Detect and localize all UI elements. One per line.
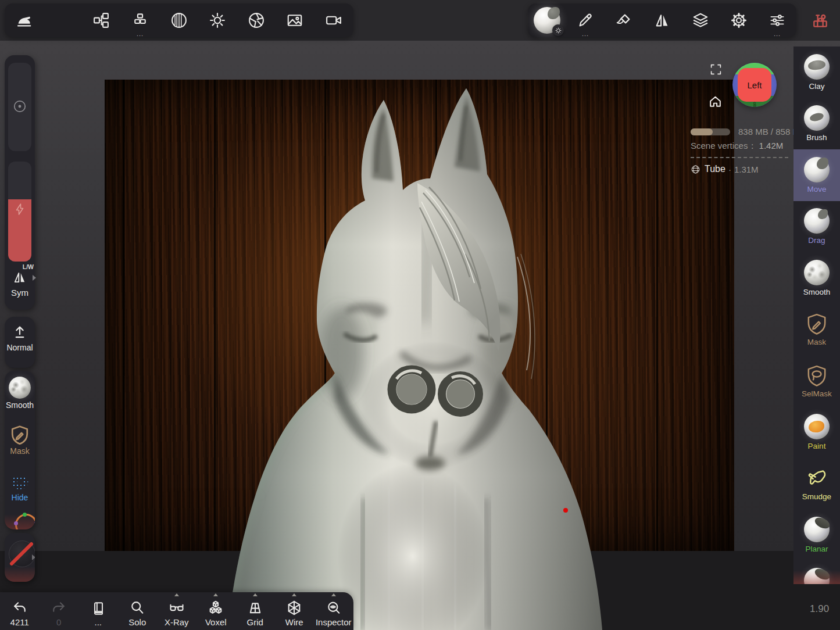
settings-button[interactable] <box>720 3 758 37</box>
move-sphere-icon <box>804 157 830 182</box>
fullscreen-button[interactable] <box>710 63 722 76</box>
gizmo-front-face[interactable]: Left <box>738 68 771 102</box>
sym-expand-arrow[interactable] <box>33 275 36 281</box>
navigation-gizmo[interactable]: Bottom Left <box>732 63 777 107</box>
object-row[interactable]: Tube · 1.31M <box>691 164 793 174</box>
tool-list-panel: Clay Brush Move Drag Smooth Mask SelMask <box>793 46 840 584</box>
tool-drag[interactable]: Drag <box>793 201 840 253</box>
symmetry-mirror-button[interactable] <box>643 3 681 37</box>
tool-smudge[interactable]: Smudge <box>793 458 840 510</box>
tool-move[interactable]: Move <box>793 149 840 201</box>
multires-button[interactable]: ... <box>121 3 160 37</box>
radius-icon <box>8 99 31 114</box>
object-vertices: 1.31M <box>734 164 759 174</box>
xray-caret[interactable] <box>174 593 179 596</box>
wire-button[interactable]: Wire <box>275 592 314 630</box>
radius-slider[interactable] <box>8 63 31 151</box>
redo-button[interactable]: 0 <box>40 592 79 630</box>
normal-label: Normal <box>6 343 33 352</box>
tool-mask[interactable]: Mask <box>793 304 840 356</box>
redo-count: 0 <box>56 618 61 627</box>
active-tool-preview-button[interactable] <box>528 3 566 37</box>
object-name: Tube <box>705 164 725 174</box>
stroke-pencil-button[interactable]: ... <box>566 3 605 37</box>
scene-vertices-label: Scene vertices： <box>691 141 756 151</box>
scale-indicator: 1.90 <box>810 603 829 615</box>
tool-settings-gear-icon[interactable] <box>552 24 564 36</box>
material-panel <box>5 533 35 582</box>
normal-arrow-icon <box>11 324 28 341</box>
tool-brush[interactable]: Brush <box>793 98 840 150</box>
memory-text: 838 MB / 858 MB <box>738 127 793 137</box>
grid-caret[interactable] <box>253 593 258 596</box>
tool-move-label: Move <box>807 185 826 194</box>
planar-sphere-icon <box>804 517 830 542</box>
quick-hide-button[interactable]: Hide <box>5 473 35 502</box>
quick-smooth-button[interactable]: Smooth <box>5 377 35 410</box>
voxel-caret[interactable] <box>213 593 218 596</box>
grid-button[interactable]: Grid <box>235 592 275 630</box>
intensity-bolt-icon <box>8 202 31 216</box>
app-logo[interactable] <box>5 3 44 37</box>
tool-selmask[interactable]: SelMask <box>793 355 840 407</box>
undo-button[interactable]: 4211 <box>0 592 40 630</box>
material-paint-button[interactable] <box>605 3 643 37</box>
smooth-sphere-icon <box>9 377 31 399</box>
history-button[interactable]: ... <box>78 592 118 630</box>
grid-icon <box>247 600 263 616</box>
sculpture-horse-model[interactable] <box>192 80 645 630</box>
multires-more: ... <box>121 31 160 37</box>
quick-hide-label: Hide <box>12 493 28 502</box>
redo-icon <box>51 600 67 616</box>
no-material-icon[interactable] <box>9 540 35 567</box>
toolbox-button[interactable] <box>805 3 835 37</box>
mask-shield-icon <box>805 312 828 335</box>
lighting-button[interactable] <box>198 3 237 37</box>
xray-button[interactable]: X-Ray <box>157 592 196 630</box>
tool-mask-label: Mask <box>807 338 826 346</box>
layers-button[interactable] <box>681 3 720 37</box>
tool-paint-label: Paint <box>808 442 826 450</box>
undo-count: 4211 <box>10 618 29 627</box>
falloff-normal-button[interactable]: Normal <box>5 324 35 352</box>
tool-planar[interactable]: Planar <box>793 510 840 561</box>
interface-sliders-button[interactable]: ... <box>758 3 796 37</box>
files-button[interactable] <box>44 3 83 37</box>
quick-smooth-label: Smooth <box>6 400 34 410</box>
scene-graph-button[interactable] <box>82 3 121 37</box>
camera-button[interactable] <box>314 3 353 37</box>
topbar-right: ... ... <box>528 3 796 37</box>
inspector-caret[interactable] <box>331 593 336 596</box>
clay-sphere-icon <box>804 54 830 80</box>
stats-divider <box>691 157 788 158</box>
sym-label[interactable]: Sym <box>5 288 35 298</box>
quick-mask-button[interactable]: Mask <box>5 424 35 456</box>
left-brush-panel: L/W Sym <box>5 55 35 310</box>
brush-sphere-icon <box>804 105 830 131</box>
tool-smooth[interactable]: Smooth <box>793 252 840 304</box>
scene-stats: 838 MB / 858 MB Scene vertices： 1.42M Tu… <box>691 127 793 174</box>
matcap-button[interactable] <box>159 3 198 37</box>
solo-label: Solo <box>128 618 146 627</box>
voxel-button[interactable]: Voxel <box>196 592 236 630</box>
smooth-sphere-icon <box>804 260 830 285</box>
mask-shield-icon <box>9 424 30 445</box>
intensity-slider[interactable] <box>8 162 31 262</box>
drag-sphere-icon <box>804 208 830 234</box>
home-button[interactable] <box>708 94 723 109</box>
wireframe-sphere-icon <box>691 164 700 174</box>
postprocess-button[interactable] <box>237 3 276 37</box>
tool-clay[interactable]: Clay <box>793 46 840 98</box>
tool-selmask-label: SelMask <box>802 389 832 398</box>
inspector-button[interactable]: Inspector <box>314 592 353 630</box>
active-tool-sphere-icon <box>534 7 560 34</box>
toolbox-icon <box>811 11 830 30</box>
xray-glasses-icon <box>169 600 185 616</box>
interface-more: ... <box>758 31 796 37</box>
solo-button[interactable]: Solo <box>118 592 158 630</box>
material-expand-arrow[interactable] <box>32 554 35 560</box>
wire-caret[interactable] <box>292 593 296 596</box>
background-image-button[interactable] <box>276 3 314 37</box>
history-book-icon <box>91 601 106 616</box>
tool-paint[interactable]: Paint <box>793 407 840 459</box>
